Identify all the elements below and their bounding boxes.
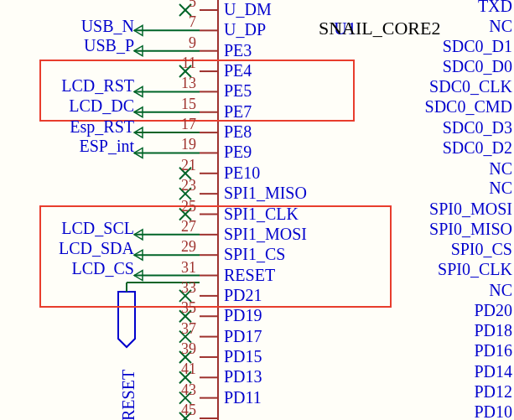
net-label-right: SPI0_MOSI [429, 200, 512, 219]
pin-number: 39 [173, 340, 196, 358]
pin-number: 7 [173, 13, 196, 31]
pin-name: PE5 [224, 81, 252, 101]
pin-name: SPI1_MISO [224, 184, 307, 203]
pin-number: 33 [173, 279, 196, 297]
pin-name: PE9 [224, 143, 252, 162]
net-label-right: NC [489, 17, 512, 36]
pin-name: PD21 [224, 286, 262, 305]
pin-number: 11 [173, 54, 196, 72]
net-label-right: NC [489, 179, 512, 198]
net-label-right: SPI0_CLK [438, 260, 512, 279]
net-label-right: NC [489, 281, 512, 300]
net-label-right: SDC0_D2 [443, 138, 512, 158]
net-label-right: PD12 [474, 382, 512, 402]
pin-number: 9 [173, 34, 196, 52]
pin-name: PE8 [224, 122, 252, 142]
net-label-right: SDC0_CMD [425, 97, 512, 117]
pin-name: PD13 [224, 367, 262, 386]
pin-number: 21 [173, 157, 196, 174]
pin-name: PD17 [224, 327, 262, 346]
net-label-right: PD16 [474, 341, 512, 360]
reset-flag-label: RESET [119, 370, 138, 420]
pin-number: 5 [173, 0, 196, 11]
pin-number: 15 [173, 96, 196, 113]
net-label-right: SDC0_D1 [443, 37, 512, 56]
pin-number: 25 [173, 198, 196, 215]
pin-name: PD19 [224, 306, 262, 325]
pin-name: PD11 [224, 388, 262, 407]
net-label-right: PD10 [474, 402, 512, 420]
pin-number: 45 [173, 402, 196, 419]
pin-name: PE10 [224, 163, 260, 183]
pin-number: 35 [173, 299, 196, 317]
pin-number: 27 [173, 218, 196, 236]
pin-number: 23 [173, 177, 196, 194]
component-title: SNAIL_CORE2 [319, 18, 440, 39]
net-label-right: PD20 [474, 301, 512, 320]
net-label-LCD_CS: LCD_CS [72, 259, 134, 278]
pin-number: 13 [173, 75, 196, 92]
pin-name: U_DP [224, 20, 266, 39]
pin-name: PD15 [224, 347, 262, 366]
net-label-right: SDC0_D3 [443, 118, 512, 137]
net-label-right: PD18 [474, 321, 512, 340]
pin-name: RESET [224, 266, 275, 285]
pin-name: SPI1_CLK [224, 205, 299, 224]
pin-number: 17 [173, 116, 196, 133]
net-label-right: PD14 [474, 362, 512, 381]
net-label-right: SPI0_MISO [429, 220, 512, 239]
pin-number: 41 [173, 360, 196, 378]
pin-name: PE4 [224, 61, 252, 80]
pin-number: 43 [173, 381, 196, 399]
net-label-USB_P: USB_P [84, 36, 134, 55]
net-label-right: TXD [478, 0, 512, 16]
net-label-right: SDC0_CLK [429, 77, 512, 96]
net-label-right: SPI0_CS [451, 240, 512, 259]
pin-name: PE7 [224, 102, 252, 122]
net-label-Esp_RST: Esp_RST [70, 117, 134, 137]
net-label-LCD_RST: LCD_RST [61, 76, 134, 96]
pin-number: 29 [173, 238, 196, 256]
pin-name: SPI1_MOSI [224, 225, 307, 244]
net-label-LCD_SCL: LCD_SCL [61, 219, 134, 238]
pin-number: 31 [173, 259, 196, 277]
net-label-right: NC [489, 159, 512, 179]
net-label-right: SDC0_D0 [443, 57, 512, 76]
net-label-LCD_DC: LCD_DC [69, 96, 134, 116]
pin-name: SPI1_CS [224, 245, 285, 264]
pin-number: 37 [173, 320, 196, 338]
net-label-ESP_int: ESP_int [79, 137, 134, 156]
net-label-LCD_SDA: LCD_SDA [59, 239, 134, 258]
net-label-USB_N: USB_N [81, 17, 134, 36]
pin-name: PE3 [224, 41, 252, 60]
pin-number: 19 [173, 136, 196, 153]
pin-name: U_DM [224, 0, 272, 19]
